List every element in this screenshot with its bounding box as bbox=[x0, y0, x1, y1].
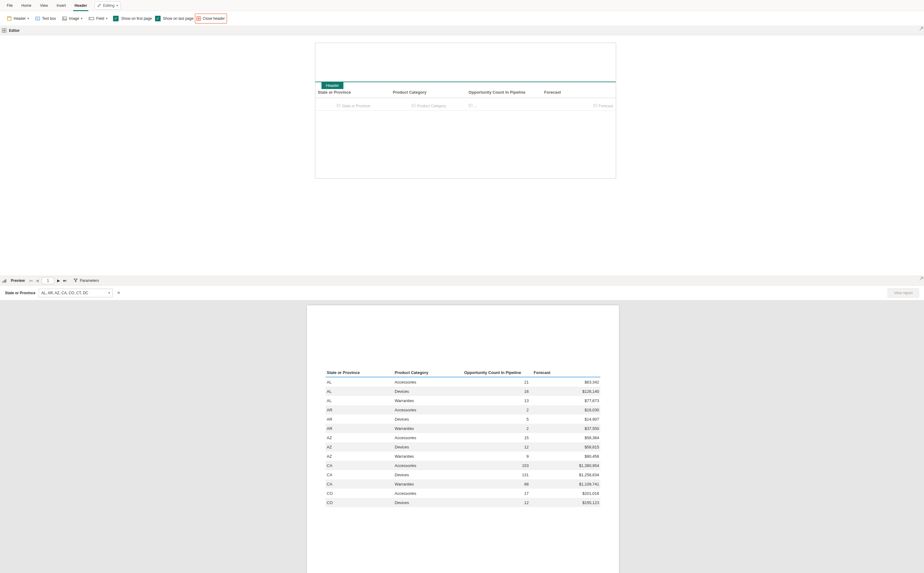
cell-state: CA bbox=[326, 463, 393, 468]
tab-home[interactable]: Home bbox=[17, 0, 36, 11]
table-header-row[interactable]: State or Province Product Category Oppor… bbox=[315, 90, 616, 98]
show-last-label: Show on last page bbox=[163, 16, 194, 21]
cell-count: 17 bbox=[463, 491, 532, 496]
preview-pane[interactable]: State or Province Product Category Oppor… bbox=[0, 301, 924, 573]
cell-forecast: $90,456 bbox=[532, 454, 600, 459]
image-button[interactable]: Image ▾ bbox=[59, 14, 85, 23]
last-page-icon[interactable]: ⏭ bbox=[63, 279, 67, 283]
cell-category: Devices bbox=[393, 500, 463, 505]
tab-insert[interactable]: Insert bbox=[52, 0, 70, 11]
col-header-forecast[interactable]: Forecast bbox=[542, 90, 615, 95]
table-data-placeholder-row[interactable]: State or Province Product Category ... F… bbox=[315, 103, 616, 111]
cell-forecast: $201,016 bbox=[532, 491, 600, 496]
close-header-label: Close header bbox=[203, 16, 225, 21]
table-row: AZWarranties9$90,456 bbox=[326, 451, 600, 461]
param-state-select[interactable]: AL, AR, AZ, CA, CO, CT, DC ▾ bbox=[39, 289, 113, 297]
cell-category: Warranties bbox=[393, 454, 463, 459]
table-row: ARWarranties2$37,550 bbox=[326, 424, 600, 433]
cell-state: CO bbox=[326, 500, 393, 505]
view-report-button[interactable]: View report bbox=[888, 288, 919, 297]
chevron-down-icon: ▾ bbox=[28, 17, 29, 20]
cell-state: AZ bbox=[326, 454, 393, 459]
cell-category: Warranties bbox=[393, 482, 463, 487]
cell-forecast: $1,258,634 bbox=[532, 473, 600, 477]
header-button[interactable]: Header ▾ bbox=[4, 14, 31, 23]
chevron-down-icon: ▾ bbox=[116, 4, 118, 7]
cell-category: Accessories bbox=[393, 380, 463, 385]
cell-count: 131 bbox=[463, 473, 532, 477]
report-canvas[interactable]: Header State or Province Product Categor… bbox=[315, 43, 616, 178]
close-header-button[interactable]: Close header bbox=[195, 14, 227, 23]
cell-count: 16 bbox=[463, 389, 532, 394]
parameters-button[interactable]: Parameters bbox=[71, 276, 101, 286]
cell-forecast: $77,673 bbox=[532, 398, 600, 403]
prev-page-icon[interactable]: ◀ bbox=[36, 279, 39, 283]
close-icon bbox=[196, 16, 201, 21]
editing-mode-label: Editing bbox=[103, 3, 115, 8]
cell-state: AZ bbox=[326, 445, 393, 449]
show-first-checkbox[interactable]: ✓ Show on first page bbox=[113, 16, 151, 21]
collapse-icon[interactable] bbox=[919, 277, 923, 282]
cell-state: AL bbox=[326, 398, 393, 403]
table-row: ARDevices5$14,907 bbox=[326, 415, 600, 424]
report-page: State or Province Product Category Oppor… bbox=[307, 305, 619, 573]
table-row: ALDevices16$126,140 bbox=[326, 387, 600, 396]
editing-mode-button[interactable]: Editing ▾ bbox=[95, 2, 121, 9]
clear-param-icon[interactable]: ✕ bbox=[117, 291, 120, 295]
ph-forecast: Forecast bbox=[598, 104, 613, 108]
preview-icon bbox=[2, 279, 6, 283]
cell-category: Accessories bbox=[393, 463, 463, 468]
report-header-row: State or Province Product Category Oppor… bbox=[326, 370, 600, 377]
tab-file[interactable]: File bbox=[3, 0, 17, 11]
param-state-value: AL, AR, AZ, CA, CO, CT, DC bbox=[41, 291, 88, 295]
field-button[interactable]: Field ▾ bbox=[86, 14, 110, 23]
header-region-tag[interactable]: Header bbox=[322, 82, 343, 89]
cell-forecast: $37,550 bbox=[532, 426, 600, 431]
field-icon bbox=[89, 16, 94, 21]
show-first-label: Show on first page bbox=[121, 16, 151, 21]
pencil-icon bbox=[97, 3, 101, 8]
cell-forecast: $58,364 bbox=[532, 435, 600, 440]
cell-count: 13 bbox=[463, 398, 532, 403]
svg-point-5 bbox=[63, 17, 64, 18]
check-icon: ✓ bbox=[113, 16, 119, 21]
show-last-checkbox[interactable]: ✓ Show on last page bbox=[155, 16, 194, 21]
chevron-down-icon: ▾ bbox=[106, 17, 108, 20]
cell-category: Accessories bbox=[393, 491, 463, 496]
image-label: Image bbox=[69, 16, 79, 21]
tab-header[interactable]: Header bbox=[70, 0, 91, 11]
col-header-count[interactable]: Opportunity Count In Pipeline bbox=[467, 90, 542, 95]
cell-count: 15 bbox=[463, 435, 532, 440]
cell-forecast: $155,123 bbox=[532, 500, 600, 505]
cell-state: AL bbox=[326, 389, 393, 394]
textbox-button[interactable]: A Text box bbox=[33, 14, 58, 23]
cell-category: Devices bbox=[393, 473, 463, 477]
col-header-category[interactable]: Product Category bbox=[391, 90, 467, 95]
cell-category: Devices bbox=[393, 445, 463, 449]
tab-bar: File Home View Insert Header Editing ▾ bbox=[0, 0, 924, 11]
col-header-state[interactable]: State or Province bbox=[315, 90, 391, 95]
check-icon: ✓ bbox=[155, 16, 161, 21]
cell-category: Warranties bbox=[393, 398, 463, 403]
table-row: AZAccessories15$58,364 bbox=[326, 433, 600, 442]
svg-text:A: A bbox=[37, 17, 39, 20]
cell-state: AL bbox=[326, 380, 393, 385]
svg-rect-6 bbox=[89, 17, 94, 20]
ribbon: Header ▾ A Text box Image ▾ Field ▾ ✓ Sh… bbox=[0, 11, 924, 26]
first-page-icon[interactable]: ⏮ bbox=[29, 279, 33, 283]
collapse-icon[interactable] bbox=[919, 27, 923, 32]
page-input[interactable]: 1 bbox=[42, 277, 54, 284]
cell-state: AR bbox=[326, 417, 393, 421]
editor-canvas-area: Header State or Province Product Categor… bbox=[0, 35, 924, 276]
tab-view[interactable]: View bbox=[36, 0, 52, 11]
cell-category: Accessories bbox=[393, 408, 463, 412]
cell-forecast: $58,815 bbox=[532, 445, 600, 449]
next-page-icon[interactable]: ▶ bbox=[57, 279, 60, 283]
data-icon bbox=[468, 103, 473, 108]
cell-category: Devices bbox=[393, 417, 463, 421]
table-row: ALWarranties13$77,673 bbox=[326, 396, 600, 405]
cell-state: AZ bbox=[326, 435, 393, 440]
cell-state: CO bbox=[326, 491, 393, 496]
data-icon bbox=[412, 103, 416, 108]
svg-rect-26 bbox=[4, 280, 5, 282]
